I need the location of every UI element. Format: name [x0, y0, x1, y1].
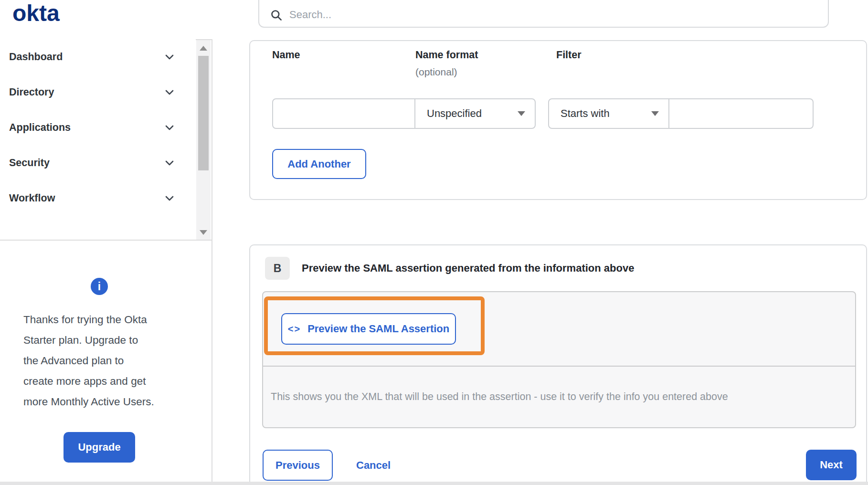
chevron-down-icon	[164, 86, 175, 98]
filter-label: Filter	[556, 49, 582, 61]
add-another-button[interactable]: Add Another	[272, 149, 366, 179]
chevron-down-icon	[164, 157, 175, 169]
saml-preview-panel-bottom: This shows you the XML that will be used…	[263, 367, 855, 427]
info-icon: i	[91, 278, 108, 295]
chevron-down-icon	[164, 192, 175, 204]
search-input[interactable]: Search...	[258, 0, 829, 28]
dropdown-caret-icon	[518, 111, 525, 116]
plan-upgrade-note: Thanks for trying the Okta Starter plan.…	[23, 309, 188, 412]
chevron-down-icon	[164, 51, 175, 63]
preview-saml-assertion-label: Preview the SAML Assertion	[307, 323, 449, 335]
sidebar-item-dashboard[interactable]: Dashboard	[0, 39, 196, 74]
name-format-select[interactable]: Unspecified	[414, 98, 536, 129]
name-format-optional-label: (optional)	[415, 66, 457, 78]
search-placeholder: Search...	[289, 9, 331, 21]
scrollbar-thumb[interactable]	[198, 56, 209, 170]
scrollbar-up-arrow-icon[interactable]	[200, 46, 207, 51]
saml-preview-panel-top: <> Preview the SAML Assertion	[263, 292, 855, 367]
sidebar-item-label: Directory	[9, 86, 54, 98]
dropdown-caret-icon	[651, 111, 659, 116]
next-button[interactable]: Next	[806, 450, 857, 480]
okta-admin-page: okta Search... Dashboard Directory Appli…	[0, 0, 868, 485]
saml-preview-note: This shows you the XML that will be used…	[271, 391, 728, 403]
filter-operator-selected-value: Starts with	[561, 107, 610, 120]
name-format-selected-value: Unspecified	[427, 107, 482, 120]
sidebar-right-divider	[212, 39, 212, 482]
sidebar-item-workflow[interactable]: Workflow	[0, 180, 196, 216]
sidebar-scrollbar[interactable]	[196, 40, 211, 240]
window-bottom-edge	[0, 482, 868, 485]
code-icon: <>	[288, 324, 301, 335]
sidebar-item-label: Workflow	[9, 192, 55, 204]
section-b-title: Preview the SAML assertion generated fro…	[302, 262, 634, 274]
saml-preview-card: B Preview the SAML assertion generated f…	[249, 244, 867, 485]
attribute-form-card: Name Name format (optional) Filter Unspe…	[249, 40, 867, 200]
search-icon	[270, 9, 283, 21]
sidebar-item-label: Dashboard	[9, 51, 63, 63]
previous-button[interactable]: Previous	[263, 450, 333, 481]
name-input[interactable]	[272, 98, 415, 129]
sidebar-item-applications[interactable]: Applications	[0, 110, 196, 145]
filter-value-input[interactable]	[668, 98, 814, 129]
preview-saml-assertion-button[interactable]: <> Preview the SAML Assertion	[281, 313, 456, 345]
scrollbar-down-arrow-icon[interactable]	[200, 230, 207, 235]
saml-preview-panel: <> Preview the SAML Assertion This shows…	[262, 291, 856, 428]
filter-operator-select[interactable]: Starts with	[548, 98, 669, 129]
sidebar-item-label: Security	[9, 157, 50, 169]
upgrade-button[interactable]: Upgrade	[64, 432, 135, 463]
sidebar-item-directory[interactable]: Directory	[0, 74, 196, 110]
step-b-badge: B	[265, 257, 290, 280]
sidebar-bottom-divider	[0, 240, 212, 241]
name-label: Name	[272, 49, 300, 61]
sidebar-item-label: Applications	[9, 122, 71, 134]
cancel-link[interactable]: Cancel	[356, 450, 391, 481]
name-format-label: Name format	[415, 49, 478, 61]
sidebar-item-security[interactable]: Security	[0, 145, 196, 180]
okta-logo[interactable]: okta	[12, 0, 60, 26]
chevron-down-icon	[164, 122, 175, 133]
